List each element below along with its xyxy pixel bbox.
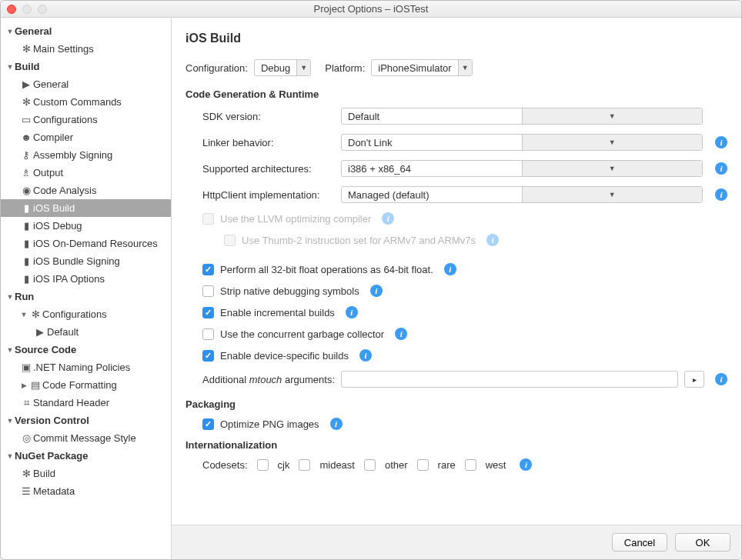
info-icon[interactable]: i <box>346 306 358 318</box>
play-icon: ▶ <box>33 326 47 338</box>
sidebar-section-vcs[interactable]: ▼ Version Control <box>1 412 171 429</box>
sidebar-item-ios-build[interactable]: ▮ iOS Build <box>1 199 171 217</box>
device-icon: ▮ <box>19 238 33 249</box>
sdk-select[interactable]: Default ▼ <box>341 108 703 125</box>
sidebar-item-nuget-build[interactable]: ✻ Build <box>1 465 171 482</box>
info-icon[interactable]: i <box>486 234 499 246</box>
codesets-label: Codesets: <box>202 459 248 471</box>
row-arch: Supported architectures: i386 + x86_64 ▼… <box>202 160 727 177</box>
chevron-down-icon: ▼ <box>522 135 703 150</box>
commit-icon: ◎ <box>19 432 33 444</box>
row-concurrent-gc: Use the concurrent garbage collector i <box>202 328 727 340</box>
sidebar-item-naming-policies[interactable]: ▣ .NET Naming Policies <box>1 358 171 376</box>
row-httpclient: HttpClient implementation: Managed (defa… <box>202 186 727 203</box>
sdk-value: Default <box>342 108 522 124</box>
main-scroll: iOS Build Configuration: Debug ▼ Platfor… <box>172 18 741 525</box>
row-sdk: SDK version: Default ▼ <box>202 108 727 125</box>
gear-icon: ✻ <box>28 308 42 320</box>
section-packaging: Packaging <box>186 398 727 410</box>
linker-select[interactable]: Don't Link ▼ <box>341 134 703 151</box>
float32-checkbox[interactable] <box>202 264 214 275</box>
sidebar-item-ios-debug[interactable]: ▮ iOS Debug <box>1 217 171 235</box>
row-linker: Linker behavior: Don't Link ▼ i <box>202 134 727 151</box>
platform-select[interactable]: iPhoneSimulator ▼ <box>371 59 472 76</box>
sidebar-item-compiler[interactable]: ☻ Compiler <box>1 128 171 146</box>
sidebar-item-commit-style[interactable]: ◎ Commit Message Style <box>1 429 171 447</box>
configuration-value: Debug <box>255 60 296 75</box>
sidebar-item-output[interactable]: ♗ Output <box>1 164 171 182</box>
box-icon: ▭ <box>19 114 33 125</box>
sidebar-item-assembly-signing[interactable]: ⚷ Assembly Signing <box>1 146 171 164</box>
device-specific-checkbox[interactable] <box>202 350 214 362</box>
config-platform-row: Configuration: Debug ▼ Platform: iPhoneS… <box>186 59 727 76</box>
info-icon[interactable]: i <box>359 349 372 362</box>
chevron-down-icon: ▼ <box>522 161 703 176</box>
sidebar-section-build[interactable]: ▼ Build <box>1 58 171 75</box>
target-icon: ◉ <box>19 185 33 196</box>
device-icon: ▮ <box>19 273 33 285</box>
strip-checkbox[interactable] <box>202 285 214 297</box>
chevron-down-icon: ▼ <box>5 452 15 460</box>
concurrent-gc-checkbox[interactable] <box>202 328 214 340</box>
sidebar-item-ios-bundle-signing[interactable]: ▮ iOS Bundle Signing <box>1 252 171 270</box>
sidebar-item-custom-commands[interactable]: ✻ Custom Commands <box>1 93 171 111</box>
sidebar-item-configurations[interactable]: ▭ Configurations <box>1 111 171 128</box>
other-checkbox[interactable] <box>364 459 376 471</box>
httpclient-select[interactable]: Managed (default) ▼ <box>341 186 703 203</box>
gear-icon: ✻ <box>19 96 33 108</box>
info-icon[interactable]: i <box>520 458 532 471</box>
other-label: other <box>385 459 408 471</box>
incremental-checkbox[interactable] <box>202 307 214 318</box>
chevron-down-icon: ▼ <box>5 417 15 425</box>
row-incremental: Enable incremental builds i <box>202 306 727 318</box>
sidebar-section-source[interactable]: ▼ Source Code <box>1 341 171 358</box>
info-icon[interactable]: i <box>395 328 407 340</box>
sidebar-item-ios-ipa[interactable]: ▮ iOS IPA Options <box>1 270 171 288</box>
west-checkbox[interactable] <box>465 459 476 471</box>
section-i18n: Internationalization <box>186 439 727 451</box>
sidebar-item-run-configurations[interactable]: ▼ ✻ Configurations <box>1 305 171 323</box>
sidebar-item-run-default[interactable]: ▶ Default <box>1 323 171 341</box>
sidebar-section-general[interactable]: ▼ General <box>1 22 171 40</box>
cjk-checkbox[interactable] <box>257 459 269 471</box>
mtouch-args-input[interactable] <box>341 371 678 388</box>
arch-value: i386 + x86_64 <box>342 161 522 176</box>
titlebar: Project Options – iOSTest <box>1 1 741 18</box>
sidebar-section-nuget[interactable]: ▼ NuGet Package <box>1 447 171 465</box>
mideast-checkbox[interactable] <box>299 459 310 471</box>
info-icon[interactable]: i <box>715 188 727 201</box>
sidebar-item-build-general[interactable]: ▶ General <box>1 75 171 93</box>
llvm-checkbox <box>202 213 214 225</box>
optimize-png-checkbox[interactable] <box>202 418 214 430</box>
float32-label: Perform all 32-bit float operations as 6… <box>220 264 433 275</box>
info-icon[interactable]: i <box>444 263 456 275</box>
info-icon[interactable]: i <box>715 162 727 175</box>
info-icon[interactable]: i <box>330 418 343 430</box>
arch-select[interactable]: i386 + x86_64 ▼ <box>341 160 703 177</box>
rare-checkbox[interactable] <box>417 459 429 471</box>
sidebar-item-nuget-metadata[interactable]: ☰ Metadata <box>1 482 171 500</box>
info-icon[interactable]: i <box>715 373 727 385</box>
sidebar-item-code-formatting[interactable]: ▶ ▤ Code Formatting <box>1 376 171 394</box>
configuration-select[interactable]: Debug ▼ <box>254 59 311 76</box>
ok-button[interactable]: OK <box>675 533 730 552</box>
sidebar-item-code-analysis[interactable]: ◉ Code Analysis <box>1 182 171 199</box>
sidebar-item-main-settings[interactable]: ✻ Main Settings <box>1 40 171 58</box>
llvm-label: Use the LLVM optimizing compiler <box>220 213 371 225</box>
sdk-label: SDK version: <box>202 111 333 122</box>
sidebar-item-standard-header[interactable]: ⌗ Standard Header <box>1 394 171 412</box>
mtouch-args-menu-button[interactable]: ▸ <box>684 371 704 388</box>
sidebar-item-ios-on-demand[interactable]: ▮ iOS On-Demand Resources <box>1 235 171 252</box>
info-icon[interactable]: i <box>715 136 727 148</box>
dialog-footer: Cancel OK <box>172 525 741 559</box>
cancel-button[interactable]: Cancel <box>612 533 667 552</box>
window-title: Project Options – iOSTest <box>1 3 741 15</box>
project-options-window: Project Options – iOSTest ▼ General ✻ Ma… <box>0 0 742 560</box>
sidebar-section-run[interactable]: ▼ Run <box>1 288 171 305</box>
info-icon[interactable]: i <box>382 212 394 225</box>
arch-label: Supported architectures: <box>202 163 333 175</box>
chevron-right-icon: ▶ <box>19 382 28 389</box>
strip-label: Strip native debugging symbols <box>220 285 359 297</box>
section-codegen: Code Generation & Runtime <box>186 88 727 100</box>
info-icon[interactable]: i <box>370 285 383 297</box>
